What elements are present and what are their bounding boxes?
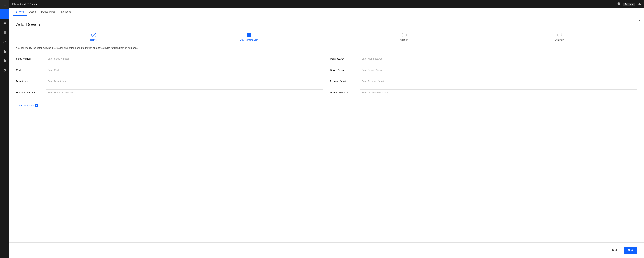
field-row-device-class: Device Class (330, 65, 637, 76)
field-row-hardware-version: Hardware Version (16, 87, 323, 98)
step-label-summary: Summary (555, 39, 564, 41)
sidebar-item-flows[interactable] (0, 28, 10, 38)
input-description[interactable] (46, 78, 323, 84)
app-title: IBM Watson IoT Platform (12, 3, 38, 5)
step-circle-security (402, 33, 407, 37)
step-security: Security (327, 33, 482, 41)
step-summary: Summary (482, 33, 637, 41)
sidebar-item-dashboard[interactable]: ✦ (0, 10, 10, 19)
sidebar: ⊞ ✦ (0, 0, 10, 258)
label-description: Description (16, 80, 43, 83)
topbar: IBM Watson IoT Platform ID: nrytnb (10, 0, 644, 8)
user-icon[interactable] (638, 2, 641, 6)
sidebar-item-settings[interactable] (0, 66, 10, 75)
sidebar-item-reports[interactable] (0, 47, 10, 56)
field-row-serial-number: Serial Number (16, 53, 323, 65)
next-button[interactable]: Next (624, 246, 637, 254)
back-button[interactable]: Back (608, 246, 622, 254)
reports-icon (3, 50, 6, 54)
form-container: × Add Device Identity (10, 17, 644, 242)
main-area: IBM Watson IoT Platform ID: nrytnb Brows… (10, 0, 644, 258)
topbar-right: ID: nrytnb (617, 2, 641, 6)
flows-icon (3, 31, 6, 35)
user-id: ID: nrytnb (623, 3, 635, 6)
step-label-device-information: Device Information (240, 39, 258, 41)
people-icon (3, 22, 6, 26)
tab-interfaces[interactable]: Interfaces (58, 8, 74, 16)
label-firmware-version: Firmware Version (330, 80, 357, 83)
input-descriptive-location[interactable] (360, 89, 637, 96)
label-manufacturer: Manufacturer (330, 57, 357, 60)
field-row-firmware-version: Firmware Version (330, 76, 637, 87)
stepper: Identity Device Information Secu (16, 33, 637, 41)
step-identity: Identity (16, 33, 172, 41)
step-circle-summary (557, 33, 562, 37)
help-icon[interactable] (617, 2, 620, 6)
lock-icon (3, 59, 6, 63)
stepper-steps: Identity Device Information Secu (16, 33, 637, 41)
step-label-security: Security (400, 39, 408, 41)
tab-action[interactable]: Action (27, 8, 38, 16)
modal-title: Add Device (16, 22, 637, 27)
add-metadata-button[interactable]: Add Metadata + (16, 102, 41, 109)
dashboard-icon: ✦ (4, 12, 6, 16)
step-circle-identity (92, 33, 96, 37)
sidebar-item-people[interactable] (0, 19, 10, 28)
field-row-manufacturer: Manufacturer (330, 53, 637, 65)
nav-tabs: Browse Action Device Types Interfaces (10, 8, 644, 16)
tab-browse[interactable]: Browse (14, 8, 27, 16)
step-device-information: Device Information (172, 33, 327, 41)
analytics-icon (3, 41, 6, 44)
sidebar-item-grid[interactable]: ⊞ (0, 0, 10, 10)
field-row-descriptive-location: Descriptive Location (330, 87, 637, 98)
plus-circle-icon: + (35, 104, 38, 107)
label-device-class: Device Class (330, 69, 357, 71)
input-model[interactable] (46, 67, 323, 73)
tab-device-types[interactable]: Device Types (38, 8, 58, 16)
input-manufacturer[interactable] (360, 56, 637, 62)
fields-wrapper: Serial Number Model Description Har (16, 53, 637, 98)
field-row-description: Description (16, 76, 323, 87)
input-hardware-version[interactable] (46, 89, 323, 96)
label-model: Model (16, 69, 43, 71)
step-circle-device-information (247, 33, 252, 37)
modal-footer: Back Next (10, 242, 644, 258)
input-firmware-version[interactable] (360, 78, 637, 84)
close-button[interactable]: × (639, 19, 641, 23)
field-row-model: Model (16, 65, 323, 76)
gear-icon (3, 69, 6, 73)
content-area: Browse Action Device Types Interfaces × … (10, 8, 644, 258)
fields-left: Serial Number Model Description Har (16, 53, 323, 98)
sidebar-item-security[interactable] (0, 56, 10, 66)
sidebar-item-analytics[interactable] (0, 38, 10, 47)
form-description: You can modify the default device inform… (16, 47, 637, 49)
add-metadata-label: Add Metadata (19, 104, 34, 107)
input-serial-number[interactable] (46, 56, 323, 62)
fields-right: Manufacturer Device Class Firmware Versi… (330, 53, 637, 98)
label-serial-number: Serial Number (16, 57, 43, 60)
grid-icon: ⊞ (4, 3, 6, 7)
label-hardware-version: Hardware Version (16, 91, 43, 94)
svg-point-0 (249, 35, 250, 35)
modal-box: × Add Device Identity (10, 17, 644, 242)
label-descriptive-location: Descriptive Location (330, 91, 357, 94)
input-device-class[interactable] (360, 67, 637, 73)
step-label-identity: Identity (90, 39, 97, 41)
